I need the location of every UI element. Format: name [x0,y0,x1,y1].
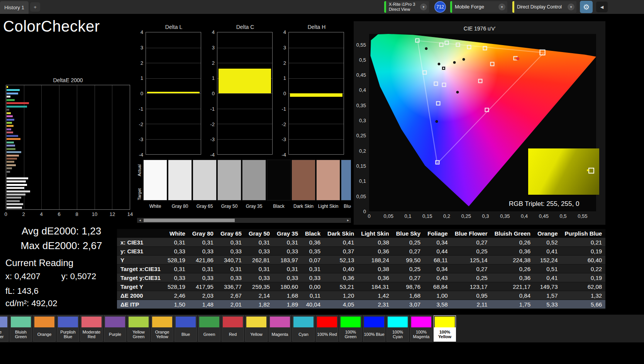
reading-fl: fL: 143,6 [5,286,39,296]
patch-button-100-cyan[interactable]: 100% Cyan [386,315,409,342]
patch-button-purple[interactable]: Purple [104,315,126,342]
gear-icon[interactable]: ⚙ [580,1,593,13]
swatch-label: White [143,204,167,209]
table-cell: 224,38 [491,256,534,265]
axis-tick-label: 4 [283,29,286,35]
column-header: Bluish Green [491,229,534,238]
add-tab-button[interactable]: + [30,2,40,12]
table-cell: 2,11 [451,300,491,309]
swatch-label: Black [267,204,291,209]
rgb-triangle-legend [528,148,599,195]
de2000-bar [7,109,9,111]
collapse-panel-icon[interactable]: ◀ [596,2,608,12]
table-cell: 528,19 [164,256,189,265]
patch-label: Orange [34,327,55,341]
measurement-table: WhiteGray 80Gray 65Gray 50Gray 35BlackDa… [117,229,605,309]
patch-button-orange-yellow[interactable]: Orange Yellow [151,315,173,342]
table-cell: 0,25 [451,247,491,256]
table-cell: 0,33 [189,247,217,256]
axis-tick-label: 0,25 [461,213,471,219]
patch-label: Green [198,327,220,341]
chevron-down-icon[interactable]: ▾ [498,3,505,10]
patch-label: Bluish Green [10,327,32,341]
swatch-gray-50: Gray 50 [217,160,241,216]
patch-button-bluish-green[interactable]: Bluish Green [10,315,32,342]
swatch-color [291,160,315,201]
patch-button-red[interactable]: Red [222,315,244,342]
swatch-label: Gray 65 [193,204,217,209]
table-cell: 262,81 [245,256,273,265]
patch-button-cyan[interactable]: Cyan [292,315,315,342]
table-row: Target Y528,19417,95336,77259,35180,600,… [117,282,605,291]
scroll-left-icon[interactable]: ◄ [137,219,143,222]
cie-marker-square [445,40,449,45]
axis-tick-label: 0,1 [359,178,366,184]
cie-marker-square [442,83,446,87]
de2000-bar [7,125,14,127]
patch-button-moderate-red[interactable]: Moderate Red [80,315,103,342]
patch-button-100-red[interactable]: 100% Red [316,315,338,342]
chevron-down-icon[interactable]: ▾ [568,3,575,10]
swatch-label: Gray 35 [242,204,266,209]
gridline [146,93,201,94]
table-cell: 68,11 [424,256,451,265]
table-row: y: CIE310,330,330,330,330,330,350,370,36… [117,247,605,256]
swatch-gray-35: Gray 35 [242,160,266,216]
patch-label: Blue Flower [0,327,8,341]
table-cell: 0,31 [302,265,324,273]
axis-tick-label: 0,55 [578,213,587,219]
swatch-color [242,160,266,201]
patch-button-yellow[interactable]: Yellow [245,315,268,342]
delta-l-title: Delta L [146,24,202,31]
patch-button-orange[interactable]: Orange [33,315,56,342]
patch-button-100-green[interactable]: 100% Green [339,315,362,342]
swatch-dark-skin: Dark Skin [291,160,315,216]
axis-tick-label: 2 [141,60,143,66]
table-cell: 0,33 [273,273,302,282]
table-cell: 0,26 [491,238,534,247]
de2000-bar [7,203,23,205]
chevron-down-icon[interactable]: ▾ [420,3,427,10]
axis-tick-label: -1 [210,106,215,111]
table-cell: 0,34 [424,238,451,247]
patch-button-blue[interactable]: Blue [175,315,197,342]
axis-tick-label: 0 [141,91,143,96]
de2000-bar [7,142,14,143]
cie-xlabels: 00,050,10,150,20,250,30,350,40,450,50,55 [369,213,596,219]
axis-tick-label: 0,1 [404,213,411,219]
patch-button-100-yellow[interactable]: 100% Yellow [434,315,456,342]
table-cell: 0,36 [358,273,393,282]
table-cell: 99,50 [393,256,424,265]
patch-color [34,317,54,327]
patch-button-purplish-blue[interactable]: Purplish Blue [57,315,79,342]
tab-history-1[interactable]: History 1 [0,1,29,14]
patch-button-green[interactable]: Green [198,315,220,342]
table-cell: 0,52 [534,238,561,247]
table-cell: 5,66 [561,300,605,309]
patch-label: Orange Yellow [151,327,173,341]
control-dropdown[interactable]: Direct Display Control ▾ [512,1,576,13]
source-dropdown[interactable]: Mobile Forge ▾ [450,1,507,13]
delta-l-plot [146,32,201,155]
table-cell: 98,76 [393,282,424,291]
patch-button-magenta[interactable]: Magenta [269,315,291,342]
patch-button-blue-flower[interactable]: Blue Flower [0,315,8,342]
meter-dropdown[interactable]: X-Rite i1Pro 3 Direct View ▾ [384,1,429,13]
axis-tick-label: -2 [210,121,215,127]
scroll-right-icon[interactable]: ► [345,219,351,222]
axis-tick-label: 4 [40,211,42,217]
axis-tick-label: 2 [22,211,25,217]
gridline [146,78,201,79]
swatch-color [168,160,192,201]
scrollbar-track[interactable] [143,218,345,222]
patch-button-100-magenta[interactable]: 100% Magenta [410,315,432,342]
patch-button-100-blue[interactable]: 100% Blue [363,315,385,342]
table-cell: 0,33 [302,273,324,282]
bottom-toolbar: Blue FlowerBluish GreenOrangePurplish Bl… [0,315,644,342]
patch-label: Magenta [269,327,291,341]
patch-button-yellow-green[interactable]: Yellow Green [127,315,150,342]
scrollbar-thumb[interactable] [144,219,235,222]
patch-label: 100% Blue [363,327,385,341]
swatch-scrollbar[interactable]: ◄ ► [137,218,351,223]
patch-row: Blue FlowerBluish GreenOrangePurplish Bl… [0,315,457,342]
